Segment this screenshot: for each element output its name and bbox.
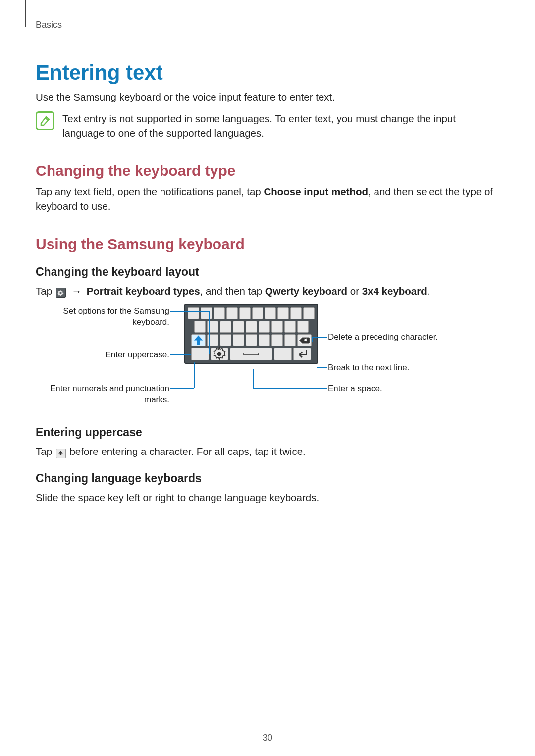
- key: [265, 307, 276, 319]
- lead-line: [317, 367, 327, 368]
- svg-point-0: [217, 352, 222, 356]
- callout-numpunct: Enter numerals and punctuation marks.: [36, 383, 169, 404]
- key: [207, 334, 218, 346]
- key-row: [188, 348, 315, 360]
- sub1-mid: , and then tap: [200, 285, 265, 297]
- key-row: [188, 307, 315, 319]
- key: [194, 321, 206, 333]
- breadcrumb: Basics: [36, 20, 499, 30]
- sub1-pre: Tap: [36, 285, 55, 297]
- key: [259, 334, 270, 346]
- sub1-post: .: [427, 285, 430, 297]
- sub3-body: Slide the space key left or right to cha…: [36, 490, 499, 505]
- key: [214, 307, 225, 319]
- lead-line: [312, 337, 327, 338]
- key: [277, 307, 289, 319]
- key: [233, 321, 244, 333]
- lead-line: [170, 311, 209, 312]
- sub1-or: or: [347, 285, 362, 297]
- sub1-bold1: Portrait keyboard types: [87, 285, 200, 297]
- key: [220, 334, 231, 346]
- key: [259, 321, 270, 333]
- shift-icon: [56, 449, 66, 458]
- key: [246, 334, 257, 346]
- backspace-key: [297, 334, 312, 346]
- callout-newline: Break to the next line.: [328, 362, 486, 373]
- key: [271, 321, 283, 333]
- key: [252, 307, 264, 319]
- shift-key: [191, 334, 206, 346]
- lead-line: [253, 388, 327, 389]
- section-using-samsung-keyboard: Using the Samsung keyboard: [36, 236, 499, 252]
- key: [284, 334, 296, 346]
- callout-space: Enter a space.: [328, 383, 486, 394]
- lead-line: [253, 369, 254, 388]
- callout-uppercase: Enter uppercase.: [36, 350, 169, 360]
- note-block: Text entry is not supported in some lang…: [36, 111, 499, 141]
- sub-entering-uppercase: Entering uppercase: [36, 426, 499, 439]
- sub1-body: Tap → Portrait keyboard types, and then …: [36, 284, 499, 299]
- enter-key: [293, 348, 311, 360]
- arrow-icon: →: [71, 285, 82, 297]
- s1-bold: Choose input method: [264, 186, 368, 197]
- sub-changing-language-keyboards: Changing language keyboards: [36, 472, 499, 485]
- intro-text: Use the Samsung keyboard or the voice in…: [36, 90, 499, 104]
- section1-body: Tap any text field, open the notificatio…: [36, 184, 499, 213]
- sub1-bold2: Qwerty keyboard: [265, 285, 347, 297]
- note-icon: [36, 111, 54, 130]
- callout-delete: Delete a preceding character.: [328, 332, 486, 342]
- page-number: 30: [0, 733, 535, 743]
- note-text: Text entry is not supported in some lang…: [62, 111, 499, 141]
- key: [246, 321, 257, 333]
- key: [239, 307, 251, 319]
- keyboard-graphic: [184, 304, 318, 364]
- key: [201, 307, 212, 319]
- callout-settings: Set options for the Samsung keyboard.: [36, 306, 169, 327]
- keyboard-diagram: Set options for the Samsung keyboard. En…: [36, 304, 499, 413]
- key: [220, 321, 231, 333]
- sym-key: [191, 348, 209, 360]
- key: [297, 321, 309, 333]
- key: [284, 321, 296, 333]
- lead-line: [194, 362, 195, 388]
- key: [303, 307, 315, 319]
- key: [207, 321, 218, 333]
- key: [290, 307, 302, 319]
- key: [188, 307, 199, 319]
- key-row: [188, 321, 315, 333]
- settings-key: [211, 348, 228, 360]
- sub1-bold3: 3x4 keyboard: [362, 285, 427, 297]
- key: [233, 334, 244, 346]
- lead-line: [170, 354, 191, 355]
- side-rule: [25, 0, 26, 27]
- sub2-pre: Tap: [36, 446, 55, 457]
- sub2-body: Tap before entering a character. For all…: [36, 444, 499, 459]
- space-key: [230, 348, 272, 360]
- key: [271, 334, 283, 346]
- lead-line: [312, 337, 313, 342]
- sub2-post: before entering a character. For all cap…: [67, 446, 306, 457]
- section-changing-keyboard-type: Changing the keyboard type: [36, 162, 499, 179]
- page-title: Entering text: [36, 61, 499, 85]
- key-row: [188, 334, 315, 346]
- sub-changing-keyboard-layout: Changing the keyboard layout: [36, 265, 499, 279]
- key: [226, 307, 238, 319]
- s1-pre: Tap any text field, open the notificatio…: [36, 186, 264, 197]
- dot-key: [274, 348, 292, 360]
- lead-line: [170, 388, 194, 389]
- lead-line: [209, 311, 210, 354]
- gear-icon: [56, 288, 66, 298]
